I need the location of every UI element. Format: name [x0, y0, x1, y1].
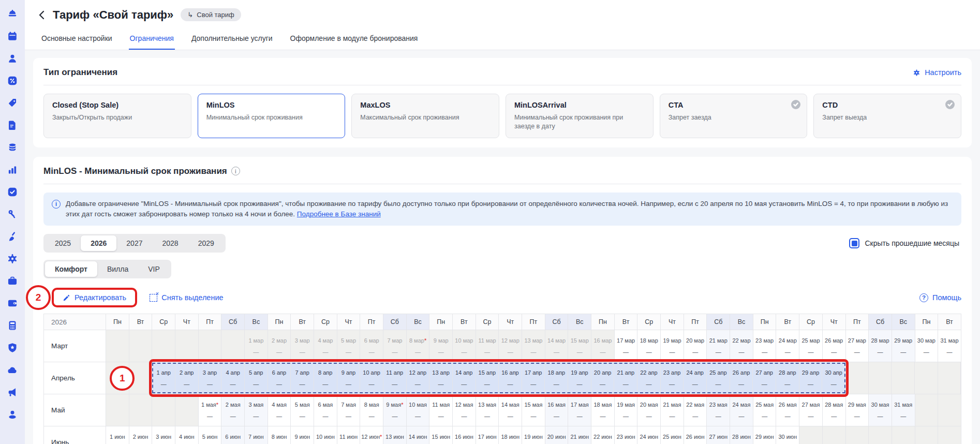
tag-icon[interactable] — [7, 97, 18, 109]
calendar-day-cell[interactable]: 13 июн— — [383, 426, 407, 444]
year-tab-2029[interactable]: 2029 — [188, 235, 224, 251]
calendar-day-cell[interactable]: 24 июн— — [637, 426, 661, 444]
coins-icon[interactable] — [7, 142, 18, 153]
restriction-card-3[interactable]: MinLOSArrivalМинимальный срок проживания… — [506, 94, 654, 138]
room-tab-вилла[interactable]: Вилла — [97, 261, 138, 277]
calendar-day-cell[interactable]: 6 мая— — [314, 394, 337, 426]
calendar-day-cell[interactable]: 1 апр— — [152, 362, 175, 394]
calendar-day-cell[interactable]: 11 мая— — [429, 394, 453, 426]
calendar-day-cell[interactable]: 8 июн— — [268, 426, 291, 444]
restriction-card-5[interactable]: CTDЗапрет выезда — [813, 94, 961, 138]
calendar-day-cell[interactable]: 4 июн— — [175, 426, 199, 444]
shield-icon[interactable] — [7, 342, 18, 353]
calendar-day-cell[interactable]: 10 июн— — [314, 426, 337, 444]
calendar-day-cell[interactable]: 18 апр— — [545, 362, 568, 394]
calendar-day-cell[interactable]: 27 мая— — [799, 394, 823, 426]
year-tab-2025[interactable]: 2025 — [45, 235, 81, 251]
info-icon[interactable]: i — [231, 167, 240, 175]
calendar-day-cell[interactable]: 9 июн— — [291, 426, 314, 444]
calendar-day-cell[interactable]: 5 мая— — [291, 394, 314, 426]
calendar-day-cell[interactable]: 29 июн— — [753, 426, 777, 444]
calendar-day-cell[interactable]: 19 апр— — [568, 362, 591, 394]
calendar-day-cell[interactable]: 4 мая— — [268, 394, 291, 426]
broom-icon[interactable] — [7, 231, 18, 242]
calendar-day-cell[interactable]: 5 апр— — [245, 362, 268, 394]
calendar-day-cell[interactable]: 14 апр— — [453, 362, 476, 394]
calendar-day-cell[interactable]: 17 июн— — [476, 426, 499, 444]
calendar-day-cell[interactable]: 7 июн— — [245, 426, 268, 444]
calendar-day-cell[interactable]: 8 мар*— — [407, 330, 430, 362]
calendar-day-cell[interactable]: 5 июн— — [199, 426, 222, 444]
calendar-day-cell[interactable]: 30 апр— — [822, 362, 845, 394]
calendar-day-cell[interactable]: 31 мар— — [938, 330, 961, 362]
calendar-day-cell[interactable]: 20 июн— — [545, 426, 569, 444]
restriction-card-0[interactable]: Closed (Stop Sale)Закрыть/Открыть продаж… — [43, 94, 191, 138]
calendar-day-cell[interactable]: 24 мая— — [730, 394, 753, 426]
calendar-day-cell[interactable]: 14 мая— — [499, 394, 522, 426]
knowledge-base-link[interactable]: Подробнее в Базе знаний — [297, 210, 381, 218]
calendar-day-cell[interactable]: 29 мая— — [846, 394, 869, 426]
megaphone-icon[interactable] — [7, 387, 18, 398]
calendar-day-cell[interactable]: 1 мая*— — [199, 394, 222, 426]
calendar-day-cell[interactable]: 16 апр— — [499, 362, 522, 394]
calendar-day-cell[interactable]: 22 мар— — [730, 330, 753, 362]
calendar-day-cell[interactable]: 22 мая— — [684, 394, 707, 426]
calendar-day-cell[interactable]: 28 мая— — [823, 394, 846, 426]
calendar-day-cell[interactable]: 16 июн— — [453, 426, 476, 444]
calendar-day-cell[interactable]: 22 апр— — [637, 362, 661, 394]
calendar-day-cell[interactable]: 6 апр— — [268, 362, 291, 394]
calendar-day-cell[interactable]: 21 мар— — [707, 330, 730, 362]
calendar-day-cell[interactable]: 2 мая— — [221, 394, 245, 426]
calendar-day-cell[interactable]: 10 апр— — [360, 362, 383, 394]
restriction-card-4[interactable]: CTAЗапрет заезда — [660, 94, 808, 138]
calendar-day-cell[interactable]: 27 июн— — [707, 426, 730, 444]
calendar-day-cell[interactable]: 31 мая— — [892, 394, 915, 426]
calendar-day-cell[interactable]: 25 мар— — [799, 330, 823, 362]
calendar-day-cell[interactable]: 15 июн— — [429, 426, 453, 444]
calendar-day-cell[interactable]: 28 мар— — [869, 330, 892, 362]
calendar-day-cell[interactable]: 3 мар— — [291, 330, 314, 362]
calendar-day-cell[interactable]: 19 мар— — [661, 330, 684, 362]
room-tab-vip[interactable]: VIP — [138, 261, 170, 277]
calendar-day-cell[interactable]: 2 апр— — [175, 362, 199, 394]
calendar-day-cell[interactable]: 30 июн— — [776, 426, 799, 444]
wallet-icon[interactable] — [7, 298, 18, 309]
year-tab-2027[interactable]: 2027 — [116, 235, 152, 251]
calendar-day-cell[interactable]: 18 мая— — [591, 394, 615, 426]
calendar-day-cell[interactable]: 20 мая— — [637, 394, 661, 426]
check-square-icon[interactable] — [7, 186, 18, 198]
calendar-day-cell[interactable]: 23 мар— — [753, 330, 777, 362]
tab-2[interactable]: Дополнительные услуги — [190, 29, 274, 50]
calendar-day-cell[interactable]: 23 июн— — [615, 426, 638, 444]
calendar-day-cell[interactable]: 26 апр— — [730, 362, 753, 394]
calendar-day-cell[interactable]: 7 мая— — [337, 394, 361, 426]
calendar-day-cell[interactable]: 29 апр— — [799, 362, 823, 394]
calendar-day-cell[interactable]: 19 июн— — [522, 426, 545, 444]
calendar-day-cell[interactable]: 30 мар— — [915, 330, 939, 362]
calendar-day-cell[interactable]: 25 июн— — [661, 426, 684, 444]
tab-1[interactable]: Ограничения — [129, 29, 175, 50]
invoice-icon[interactable] — [7, 120, 18, 131]
clear-selection-button[interactable]: Снять выделение — [150, 293, 223, 302]
calendar-day-cell[interactable]: 15 апр— — [476, 362, 499, 394]
calendar-day-cell[interactable]: 18 мар— — [637, 330, 661, 362]
profile-icon[interactable] — [7, 409, 18, 420]
calendar-day-cell[interactable]: 6 мар— — [360, 330, 383, 362]
calendar-day-cell[interactable]: 18 июн— — [499, 426, 522, 444]
calculator-icon[interactable] — [7, 320, 18, 331]
restriction-card-2[interactable]: MaxLOSМаксимальный срок проживания — [351, 94, 499, 138]
calendar-day-cell[interactable]: 17 мар— — [615, 330, 638, 362]
calendar-day-cell[interactable]: 1 мар— — [245, 330, 268, 362]
calendar-day-cell[interactable]: 17 апр— — [522, 362, 545, 394]
calendar-day-cell[interactable]: 5 мар— — [337, 330, 361, 362]
calendar-day-cell[interactable]: 11 апр— — [383, 362, 407, 394]
percent-icon[interactable] — [7, 75, 18, 86]
calendar-day-cell[interactable]: 15 мар— — [568, 330, 591, 362]
calendar-day-cell[interactable]: 19 мая— — [615, 394, 638, 426]
calendar-day-cell[interactable]: 16 мар— — [591, 330, 615, 362]
calendar-day-cell[interactable]: 28 июн— — [730, 426, 753, 444]
calendar-day-cell[interactable]: 27 апр— — [753, 362, 776, 394]
calendar-day-cell[interactable]: 11 мар— — [476, 330, 499, 362]
restriction-card-1[interactable]: MinLOSМинимальный срок проживания — [198, 94, 346, 138]
year-tab-2026[interactable]: 2026 — [81, 235, 116, 251]
